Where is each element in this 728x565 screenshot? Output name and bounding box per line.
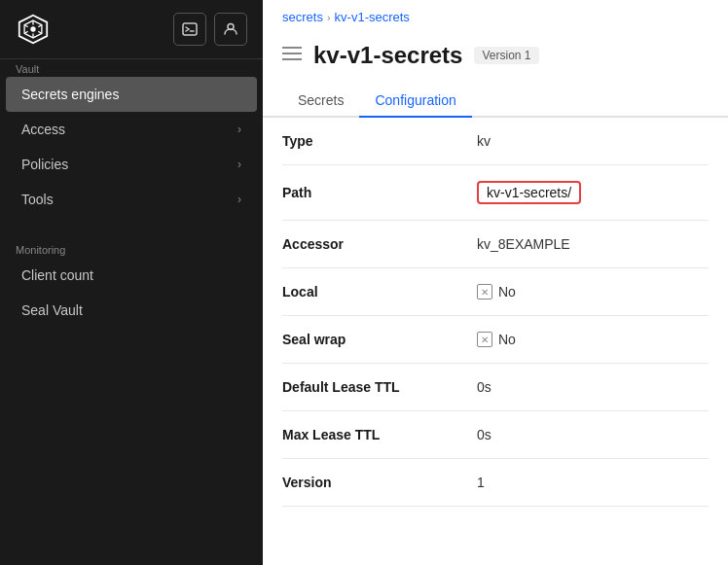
config-label-accessor: Accessor [282, 236, 477, 252]
policies-chevron-icon: › [237, 158, 241, 171]
vault-logo [16, 12, 51, 47]
version-badge: Version 1 [474, 47, 538, 64]
sidebar-item-access[interactable]: Access › [6, 112, 257, 147]
local-value-text: No [498, 284, 516, 300]
sidebar-item-tools[interactable]: Tools › [6, 182, 257, 217]
config-label-max-lease-ttl: Max Lease TTL [282, 427, 477, 442]
tabs: Secrets Configuration [263, 85, 728, 118]
config-value-accessor: kv_8EXAMPLE [477, 236, 570, 252]
sidebar-item-client-count[interactable]: Client count [6, 258, 257, 293]
tab-configuration[interactable]: Configuration [359, 85, 471, 118]
config-table: Type kv Path kv-v1-secrets/ Accessor kv_… [263, 118, 728, 507]
breadcrumb-sep-1: › [327, 12, 331, 23]
breadcrumb-secrets[interactable]: secrets [282, 10, 323, 24]
config-row-accessor: Accessor kv_8EXAMPLE [282, 221, 709, 268]
sidebar-item-policies[interactable]: Policies › [6, 147, 257, 182]
config-value-path: kv-v1-secrets/ [477, 181, 581, 204]
config-row-default-lease-ttl: Default Lease TTL 0s [282, 364, 709, 411]
config-value-local: ✕ No [477, 284, 516, 300]
user-button[interactable] [214, 13, 247, 46]
config-row-seal-wrap: Seal wrap ✕ No [282, 316, 709, 364]
config-value-version: 1 [477, 475, 485, 490]
config-label-local: Local [282, 284, 477, 300]
config-value-max-lease-ttl: 0s [477, 427, 491, 442]
config-label-default-lease-ttl: Default Lease TTL [282, 379, 477, 395]
vault-section-label: Vault [0, 59, 263, 77]
page-title: kv-v1-secrets [313, 42, 462, 69]
config-row-max-lease-ttl: Max Lease TTL 0s [282, 411, 709, 459]
secrets-engines-label: Secrets engines [21, 87, 119, 102]
tools-label: Tools [21, 192, 54, 207]
header-icons [173, 13, 247, 46]
config-row-version: Version 1 [282, 459, 709, 507]
monitoring-section-label: Monitoring [0, 240, 263, 258]
access-chevron-icon: › [237, 123, 241, 136]
terminal-button[interactable] [173, 13, 206, 46]
seal-wrap-value-text: No [498, 332, 516, 347]
menu-icon [282, 46, 302, 66]
breadcrumb: secrets › kv-v1-secrets [263, 0, 728, 34]
sidebar: Vault Secrets engines Access › Policies … [0, 0, 263, 565]
sidebar-item-seal-vault[interactable]: Seal Vault [6, 293, 257, 328]
seal-wrap-xbox-icon: ✕ [477, 332, 492, 347]
config-row-type: Type kv [282, 118, 709, 165]
svg-point-2 [30, 26, 35, 31]
tools-chevron-icon: › [237, 193, 241, 206]
config-label-type: Type [282, 133, 477, 149]
config-row-local: Local ✕ No [282, 268, 709, 316]
access-label: Access [21, 122, 65, 137]
policies-label: Policies [21, 157, 68, 172]
config-value-type: kv [477, 133, 491, 149]
config-label-seal-wrap: Seal wrap [282, 332, 477, 347]
config-label-path: Path [282, 185, 477, 200]
main-content: secrets › kv-v1-secrets kv-v1-secrets Ve… [263, 0, 728, 565]
breadcrumb-kv-v1-secrets[interactable]: kv-v1-secrets [335, 10, 410, 24]
config-value-default-lease-ttl: 0s [477, 379, 491, 395]
client-count-label: Client count [21, 267, 93, 283]
page-header: kv-v1-secrets Version 1 [263, 34, 728, 85]
local-xbox-icon: ✕ [477, 284, 492, 300]
config-row-path: Path kv-v1-secrets/ [282, 165, 709, 221]
config-label-version: Version [282, 475, 477, 490]
tab-secrets[interactable]: Secrets [282, 85, 359, 118]
sidebar-item-secrets-engines[interactable]: Secrets engines [6, 77, 257, 112]
seal-vault-label: Seal Vault [21, 302, 83, 318]
config-value-seal-wrap: ✕ No [477, 332, 516, 347]
